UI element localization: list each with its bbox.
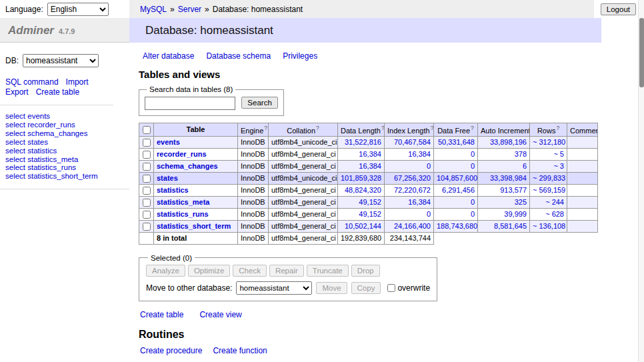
table-name-link-statistics-short-term[interactable]: statistics_short_term [157,222,231,230]
rows-count-link[interactable]: ~ 244 [545,198,564,206]
auto-increment-link[interactable]: 39,999 [504,210,527,218]
row-checkbox-statistics-runs[interactable] [143,211,151,219]
search-button[interactable]: Search [241,97,277,109]
move-db-select[interactable]: homeassistant [236,281,312,295]
data-length-link[interactable]: 16,384 [359,150,381,158]
sidebar-link-export[interactable]: Export [5,87,29,97]
rows-count-link[interactable]: ~ 5 [553,150,564,158]
row-checkbox-states[interactable] [143,175,151,183]
index-length-link[interactable]: 67,256,320 [394,174,431,182]
data-free-link[interactable]: 6,291,456 [442,186,475,194]
logout-button[interactable]: Logout [601,3,636,15]
select-all-checkbox[interactable] [143,126,151,134]
row-checkbox-events[interactable] [143,139,151,147]
language-select[interactable]: English [47,3,109,16]
sidebar-link-create-table[interactable]: Create table [36,87,79,97]
auto-increment-link[interactable]: 33,898,196 [490,138,527,146]
sidebar-link-sql-command[interactable]: SQL command [5,77,59,87]
rows-count-link[interactable]: ~ 3 [553,162,564,170]
data-length-link[interactable]: 31,522,816 [345,138,381,146]
data-length-link[interactable]: 10,502,144 [345,222,381,230]
auto-increment-link[interactable]: 913,577 [500,186,527,194]
sidebar-select-events[interactable]: select events [5,112,124,121]
table-name-link-recorder-runs[interactable]: recorder_runs [157,150,207,158]
breadcrumb-link-mysql[interactable]: MySQL [140,5,167,14]
data-length-link[interactable]: 49,152 [359,198,381,206]
rows-count-link[interactable]: ~ 299,833 [533,174,565,182]
nav-link-database-schema[interactable]: Database schema [206,51,271,61]
data-free-link[interactable]: 188,743,680 [437,222,477,230]
nav-link-privileges[interactable]: Privileges [283,51,317,61]
auto-increment-link[interactable]: 325 [515,198,527,206]
truncate-button[interactable]: Truncate [307,265,349,277]
table-name-link-schema-changes[interactable]: schema_changes [157,162,218,170]
data-free-link[interactable]: 0 [471,162,475,170]
hint-link[interactable]: ? [471,125,474,131]
rows-count-link[interactable]: ~ 628 [545,210,564,218]
data-length-link[interactable]: 16,384 [359,162,381,170]
sidebar-select-statistics[interactable]: select statistics [5,147,124,155]
sidebar-select-statistics-runs[interactable]: select statistics_runs [5,163,124,172]
move-button[interactable]: Move [316,282,347,294]
data-length-link[interactable]: 101,859,328 [341,174,381,182]
copy-button[interactable]: Copy [351,282,381,294]
hint-link[interactable]: ? [381,125,385,131]
hint-link[interactable]: ? [431,125,434,131]
row-checkbox-statistics[interactable] [143,187,151,195]
table-name-link-states[interactable]: states [157,174,178,182]
row-checkbox-schema-changes[interactable] [143,163,151,171]
link-create-procedure[interactable]: Create procedure [140,346,202,355]
app-name-link[interactable]: Adminer [8,24,54,37]
data-length-link[interactable]: 49,152 [359,210,381,218]
vertical-scrollbar[interactable] [638,0,644,362]
row-checkbox-statistics-meta[interactable] [143,199,151,207]
data-free-link[interactable]: 0 [471,150,475,158]
auto-increment-link[interactable]: 8,581,645 [494,222,527,230]
data-free-link[interactable]: 50,331,648 [438,138,475,146]
search-input[interactable] [145,97,235,110]
sidebar-link-import[interactable]: Import [66,77,89,87]
link-create-view[interactable]: Create view [199,310,241,319]
index-length-link[interactable]: 72,220,672 [394,186,431,194]
scrollbar-thumb[interactable] [639,18,644,87]
table-name-link-events[interactable]: events [157,138,180,146]
data-free-link[interactable]: 0 [471,198,475,206]
table-name-link-statistics[interactable]: statistics [157,186,189,194]
table-name-link-statistics-meta[interactable]: statistics_meta [157,198,210,206]
repair-button[interactable]: Repair [269,265,304,277]
analyze-button[interactable]: Analyze [146,265,185,277]
optimize-button[interactable]: Optimize [188,265,230,277]
hint-link[interactable]: ? [556,125,559,131]
index-length-link[interactable]: 16,384 [408,150,431,158]
rows-count-link[interactable]: ~ 312,180 [533,138,565,146]
data-length-link[interactable]: 48,824,320 [345,186,381,194]
data-free-link[interactable]: 104,857,600 [437,174,477,182]
hint-link[interactable]: ? [264,125,267,131]
row-checkbox-recorder-runs[interactable] [143,151,151,159]
auto-increment-link[interactable]: 378 [515,150,527,158]
hint-link[interactable]: ? [316,125,319,131]
data-free-link[interactable]: 0 [471,210,475,218]
check-button[interactable]: Check [233,265,267,277]
drop-button[interactable]: Drop [351,265,380,277]
sidebar-select-recorder-runs[interactable]: select recorder_runs [5,121,124,129]
sidebar-select-schema-changes[interactable]: select schema_changes [5,129,124,138]
index-length-link[interactable]: 0 [427,162,431,170]
sidebar-select-states[interactable]: select states [5,138,124,147]
rows-count-link[interactable]: ~ 569,159 [533,186,565,194]
db-select[interactable]: homeassistant [23,54,99,67]
row-checkbox-statistics-short-term[interactable] [143,223,151,231]
auto-increment-link[interactable]: 33,398,984 [490,174,527,182]
link-create-function[interactable]: Create function [213,346,267,355]
link-create-table[interactable]: Create table [140,310,183,319]
table-name-link-statistics-runs[interactable]: statistics_runs [157,210,209,218]
overwrite-checkbox[interactable] [387,284,395,292]
nav-link-alter-database[interactable]: Alter database [143,51,194,61]
index-length-link[interactable]: 0 [427,210,431,218]
index-length-link[interactable]: 70,467,584 [394,138,431,146]
auto-increment-link[interactable]: 6 [523,162,527,170]
sidebar-select-statistics-meta[interactable]: select statistics_meta [5,155,124,164]
rows-count-link[interactable]: ~ 136,108 [533,222,565,230]
index-length-link[interactable]: 16,384 [408,198,431,206]
index-length-link[interactable]: 24,166,400 [394,222,431,230]
